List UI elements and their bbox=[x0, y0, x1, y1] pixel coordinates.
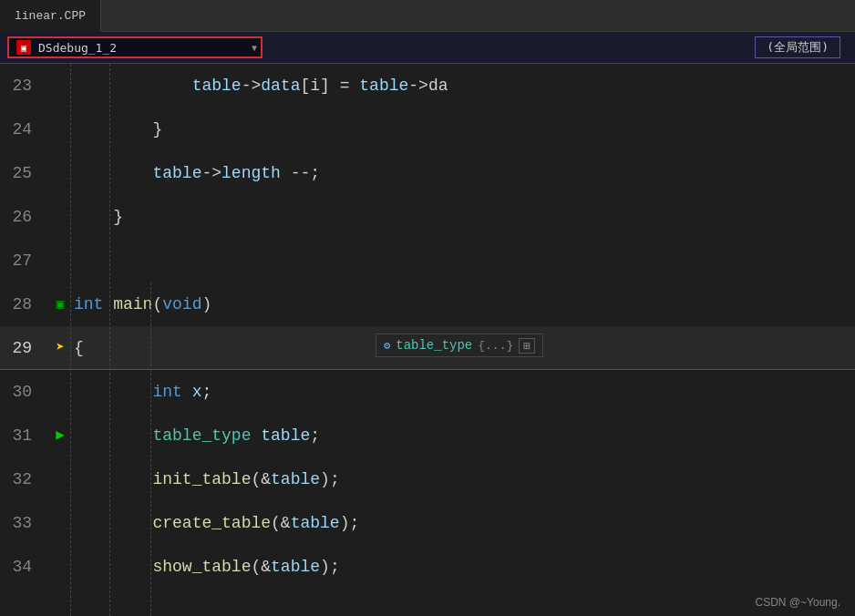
code-line-31: 31 ▶ table_type table; bbox=[0, 414, 855, 457]
dropdown-arrow-icon: ▼ bbox=[252, 43, 257, 53]
tooltip-type-name: table_type bbox=[396, 338, 472, 353]
editor-area: 23 table->data[i] = table->da 24 } 25 bbox=[0, 64, 855, 616]
line-code-23: table->data[i] = table->da bbox=[70, 64, 448, 108]
tab-bar: linear.CPP bbox=[0, 0, 855, 32]
line-number-30: 30 bbox=[0, 370, 50, 414]
line-number-25: 25 bbox=[0, 151, 50, 195]
line-code-28: int main(void) bbox=[70, 282, 211, 326]
line-arrow-31: ▶ bbox=[50, 414, 70, 457]
line-code-31: table_type table; bbox=[70, 414, 320, 457]
watermark: CSDN @~Young. bbox=[756, 596, 840, 609]
debug-dropdown[interactable]: ▣ DSdebug_1_2 ▼ bbox=[7, 36, 263, 58]
tooltip-type-label: {...} bbox=[478, 339, 513, 353]
scope-label: (全局范围) bbox=[767, 40, 829, 54]
debug-label: DSdebug_1_2 bbox=[38, 41, 117, 55]
line-code-30: int x; bbox=[70, 370, 211, 414]
line-number-27: 27 bbox=[0, 239, 50, 282]
line-number-28: 28 bbox=[0, 282, 50, 326]
line-number-29: 29 bbox=[0, 326, 50, 370]
line-number-23: 23 bbox=[0, 64, 50, 108]
code-line-32: 32 init_table(&table); bbox=[0, 457, 855, 501]
line-number-24: 24 bbox=[0, 108, 50, 151]
code-line-25: 25 table->length --; bbox=[0, 151, 855, 195]
line-number-32: 32 bbox=[0, 457, 50, 501]
code-line-26: 26 } bbox=[0, 195, 855, 239]
collapse-icon-28[interactable]: ▣ bbox=[57, 282, 64, 326]
line-number-31: 31 bbox=[0, 414, 50, 457]
line-code-34: show_table(&table); bbox=[70, 545, 340, 589]
code-line-23: 23 table->data[i] = table->da bbox=[0, 64, 855, 108]
line-code-33: create_table(&table); bbox=[70, 501, 359, 545]
line-code-29: { bbox=[70, 326, 84, 370]
debug-icon: ▣ bbox=[16, 40, 31, 55]
line-number-33: 33 bbox=[0, 501, 50, 545]
line-number-34: 34 bbox=[0, 545, 50, 589]
code-line-28: 28 ▣ int main(void) bbox=[0, 282, 855, 326]
scope-dropdown[interactable]: (全局范围) bbox=[755, 36, 840, 58]
line-number-26: 26 bbox=[0, 195, 50, 239]
toolbar: ▣ DSdebug_1_2 ▼ (全局范围) bbox=[0, 32, 855, 64]
line-code-26: } bbox=[70, 195, 123, 239]
autocomplete-tooltip: ⚙ table_type {...} ⊞ bbox=[376, 334, 543, 357]
tooltip-action-icon[interactable]: ⊞ bbox=[519, 338, 535, 354]
current-arrow-icon: ➤ bbox=[56, 326, 65, 370]
line-code-32: init_table(&table); bbox=[70, 457, 340, 501]
line-code-24: } bbox=[70, 108, 162, 151]
code-area: 23 table->data[i] = table->da 24 } 25 bbox=[0, 64, 855, 616]
code-line-33: 33 create_table(&table); bbox=[0, 501, 855, 545]
line-arrow-28: ▣ bbox=[50, 282, 70, 326]
code-line-30: 30 int x; bbox=[0, 370, 855, 414]
tooltip-icon: ⚙ bbox=[384, 339, 390, 353]
code-line-27: 27 bbox=[0, 239, 855, 282]
line-code-25: table->length --; bbox=[70, 151, 320, 195]
tab-label: linear.CPP bbox=[15, 9, 86, 23]
code-line-34: 34 show_table(&table); bbox=[0, 545, 855, 589]
code-line-24: 24 } bbox=[0, 108, 855, 151]
breakpoint-arrow-icon: ▶ bbox=[56, 414, 65, 457]
tab-linear-cpp[interactable]: linear.CPP bbox=[0, 0, 101, 32]
line-arrow-29: ➤ bbox=[50, 326, 70, 370]
